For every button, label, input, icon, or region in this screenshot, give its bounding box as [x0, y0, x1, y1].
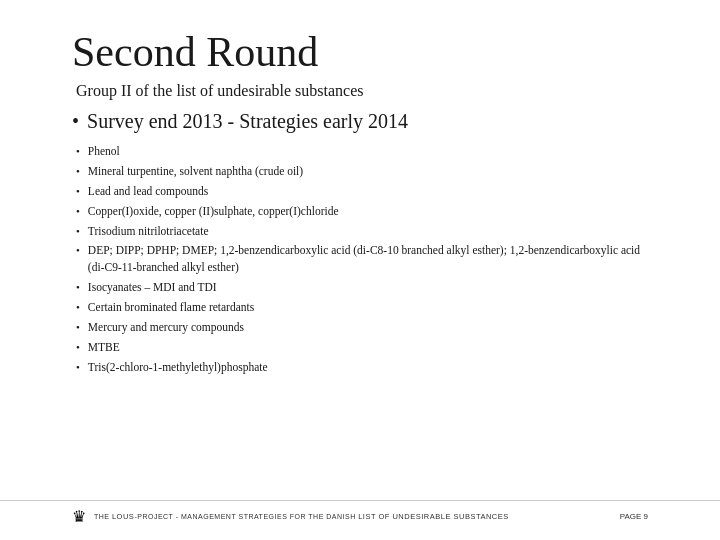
section-header-text: Survey end 2013 - Strategies early 2014: [87, 110, 408, 133]
item-text: Phenol: [88, 143, 120, 160]
list-item: Phenol: [76, 141, 648, 161]
page: Second Round Group II of the list of und…: [0, 0, 720, 540]
crown-icon: ♛: [72, 507, 86, 526]
list-item: Trisodium nitrilotriacetate: [76, 221, 648, 241]
item-text: Tris(2-chloro-1-methylethyl)phosphate: [88, 359, 268, 376]
list-item: Certain brominated flame retardants: [76, 297, 648, 317]
list-item: DEP; DIPP; DPHP; DMEP; 1,2-benzendicarbo…: [76, 241, 648, 277]
item-text: Trisodium nitrilotriacetate: [88, 223, 209, 240]
list-item: Mercury and mercury compounds: [76, 317, 648, 337]
list-item: MTBE: [76, 337, 648, 357]
item-text: Lead and lead compounds: [88, 183, 208, 200]
page-footer: ♛ THE LOUS-PROJECT - MANAGEMENT STRATEGI…: [0, 500, 720, 526]
item-text: Mercury and mercury compounds: [88, 319, 244, 336]
item-text: Certain brominated flame retardants: [88, 299, 254, 316]
list-item: Tris(2-chloro-1-methylethyl)phosphate: [76, 357, 648, 377]
item-text: MTBE: [88, 339, 120, 356]
item-text: Copper(I)oxide, copper (II)sulphate, cop…: [88, 203, 339, 220]
substances-list: Phenol Mineral turpentine, solvent napht…: [76, 141, 648, 377]
footer-left: ♛ THE LOUS-PROJECT - MANAGEMENT STRATEGI…: [72, 507, 509, 526]
page-subtitle: Group II of the list of undesirable subs…: [76, 82, 648, 100]
list-item: Copper(I)oxide, copper (II)sulphate, cop…: [76, 201, 648, 221]
item-text: Mineral turpentine, solvent naphtha (cru…: [88, 163, 303, 180]
list-item: Lead and lead compounds: [76, 181, 648, 201]
footer-text: THE LOUS-PROJECT - MANAGEMENT STRATEGIES…: [94, 512, 509, 521]
section-header: Survey end 2013 - Strategies early 2014: [72, 110, 648, 133]
list-item: Isocyanates – MDI and TDI: [76, 277, 648, 297]
page-number: PAGE 9: [620, 512, 648, 521]
page-title: Second Round: [72, 28, 648, 76]
item-text: DEP; DIPP; DPHP; DMEP; 1,2-benzendicarbo…: [88, 242, 648, 275]
item-text: Isocyanates – MDI and TDI: [88, 279, 217, 296]
list-item: Mineral turpentine, solvent naphtha (cru…: [76, 161, 648, 181]
